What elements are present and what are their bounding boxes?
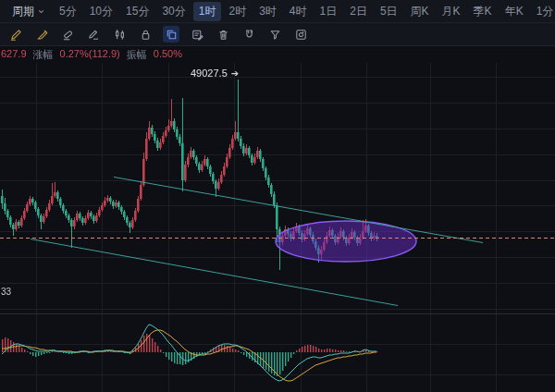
timeframe-周K[interactable]: 周K: [405, 2, 435, 21]
tool-ohlc-bars[interactable]: [111, 26, 128, 43]
eraser-icon: [61, 28, 75, 42]
tool-filter[interactable]: [266, 26, 283, 43]
last-price: 627.9: [1, 48, 27, 62]
replay-icon: [294, 28, 308, 42]
freehand-pen-icon: [87, 28, 101, 42]
trash-icon: [216, 28, 230, 42]
timeframe-2日[interactable]: 2日: [344, 2, 373, 21]
brush-pencil-icon: [35, 28, 49, 42]
timeframe-toolbar: 周期 5分10分15分30分1时2时3时4时1日2日5日周K月K季K年K1分: [0, 0, 555, 23]
period-dropdown[interactable]: 周期: [6, 2, 52, 21]
tool-trash[interactable]: [215, 26, 231, 43]
amplitude-label: 振幅: [127, 48, 147, 62]
timeframe-1日[interactable]: 1日: [314, 2, 343, 21]
timeframe-1时[interactable]: 1时: [193, 2, 222, 21]
timeframe-15分[interactable]: 15分: [120, 2, 154, 21]
timeframe-10分[interactable]: 10分: [84, 2, 118, 21]
change-label: 涨幅: [33, 48, 54, 62]
drawing-toolbar: [0, 23, 555, 46]
magnet-icon: [242, 28, 256, 42]
quote-info-bar: 627.9 涨幅 0.27%(112.9) 振幅 0.50%: [1, 48, 182, 62]
ohlc-bars-icon: [113, 28, 127, 42]
timeframe-30分[interactable]: 30分: [156, 2, 191, 21]
timeframe-2时[interactable]: 2时: [223, 2, 252, 21]
tool-trendline-pencil[interactable]: [7, 26, 24, 43]
tool-freehand-pen[interactable]: [85, 26, 102, 43]
peak-price-label[interactable]: 49027.5 ➔: [191, 67, 239, 79]
lock-icon: [139, 28, 153, 42]
filter-icon: [268, 28, 282, 42]
timeframe-1分[interactable]: 1分: [531, 2, 555, 21]
tool-replay[interactable]: [292, 26, 309, 43]
left-edge-label: 33: [1, 287, 11, 297]
tool-brush-pencil[interactable]: [33, 26, 50, 43]
tool-note-edit[interactable]: [189, 26, 205, 43]
arrow-right-icon: ➔: [231, 68, 239, 79]
tool-eraser[interactable]: [59, 26, 76, 43]
timeframe-5日[interactable]: 5日: [375, 2, 403, 21]
timeframe-3时[interactable]: 3时: [253, 2, 282, 21]
chevron-down-icon: [37, 7, 45, 16]
timeframe-季K[interactable]: 季K: [468, 2, 498, 21]
timeframe-4时[interactable]: 4时: [284, 2, 313, 21]
change-value: 0.27%(112.9): [60, 48, 120, 62]
tool-rectangle-select[interactable]: [163, 26, 179, 43]
timeframe-list: 5分10分15分30分1时2时3时4时1日2日5日周K月K季K年K1分: [54, 2, 555, 21]
timeframe-月K[interactable]: 月K: [437, 2, 466, 21]
tool-lock[interactable]: [137, 26, 154, 43]
trendline-pencil-icon: [9, 28, 23, 42]
note-edit-icon: [191, 28, 204, 42]
rectangle-select-icon: [165, 28, 179, 42]
period-label: 周期: [12, 4, 34, 19]
tool-magnet[interactable]: [240, 26, 257, 43]
timeframe-年K[interactable]: 年K: [500, 2, 529, 21]
amplitude-value: 0.50%: [154, 48, 182, 62]
timeframe-5分[interactable]: 5分: [54, 2, 82, 21]
